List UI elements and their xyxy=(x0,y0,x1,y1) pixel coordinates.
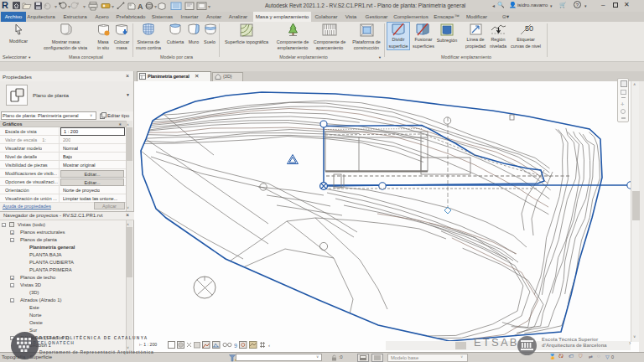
svg-text:▾: ▾ xyxy=(154,4,157,9)
svg-text:▾: ▾ xyxy=(68,4,70,9)
svg-text:A: A xyxy=(138,3,143,11)
svg-text:▾: ▾ xyxy=(55,4,57,9)
svg-text:▾: ▾ xyxy=(83,4,86,9)
svg-text:▾: ▾ xyxy=(112,4,114,9)
svg-text:50: 50 xyxy=(525,24,533,33)
svg-text:‹: ‹ xyxy=(268,343,270,348)
svg-text:9: 9 xyxy=(234,342,237,348)
svg-text:▾: ▾ xyxy=(208,4,210,9)
